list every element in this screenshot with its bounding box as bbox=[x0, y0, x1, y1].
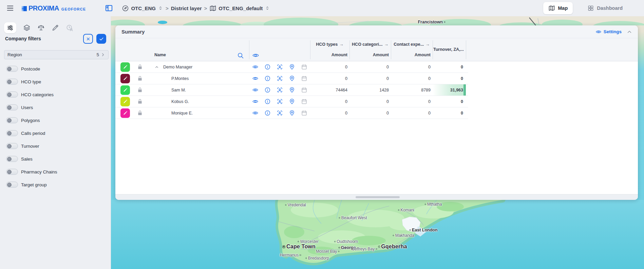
toggle-switch[interactable] bbox=[6, 66, 18, 72]
row-locate-button[interactable] bbox=[288, 98, 296, 106]
tool-draw-button[interactable] bbox=[52, 24, 59, 32]
filter-region-button[interactable]: Region 5 bbox=[4, 50, 109, 59]
row-focus-button[interactable] bbox=[276, 86, 284, 94]
toggle-knob bbox=[7, 105, 12, 110]
color-edit-button[interactable] bbox=[120, 97, 130, 106]
column-turnover[interactable]: Turnover, ZA,... bbox=[429, 47, 464, 52]
row-calendar-button[interactable] bbox=[300, 86, 308, 94]
row-info-button[interactable] bbox=[263, 109, 271, 117]
pencil-icon bbox=[123, 64, 128, 69]
eye-icon bbox=[252, 52, 259, 59]
tool-compare-button[interactable] bbox=[37, 24, 45, 32]
toggle-knob bbox=[7, 118, 12, 123]
search-icon[interactable] bbox=[237, 52, 244, 59]
row-focus-button[interactable] bbox=[276, 75, 284, 83]
color-edit-button[interactable] bbox=[120, 108, 130, 118]
row-info-button[interactable] bbox=[263, 86, 271, 94]
city-marker-icon bbox=[285, 204, 286, 206]
row-locate-button[interactable] bbox=[288, 109, 296, 117]
toggle-label: Postcode bbox=[21, 66, 40, 71]
info-icon bbox=[264, 98, 271, 105]
column-group-contact-expenses[interactable]: Contact expe... → bbox=[391, 41, 433, 48]
color-edit-button[interactable] bbox=[120, 62, 130, 72]
lock-button[interactable] bbox=[136, 109, 144, 117]
calendar-icon bbox=[301, 110, 307, 116]
filter-toggle-row: Pharmacy Chains bbox=[0, 165, 111, 178]
toggle-switch[interactable] bbox=[6, 169, 18, 175]
column-amount[interactable]: Amount bbox=[310, 53, 349, 59]
collapse-panel-button[interactable] bbox=[626, 29, 632, 35]
column-amount[interactable]: Amount bbox=[391, 53, 433, 59]
row-info-button[interactable] bbox=[263, 75, 271, 83]
toggle-switch[interactable] bbox=[6, 182, 18, 188]
menu-button[interactable] bbox=[6, 4, 14, 12]
toggle-switch[interactable] bbox=[6, 104, 18, 110]
row-calendar-button[interactable] bbox=[300, 63, 308, 71]
row-locate-button[interactable] bbox=[288, 63, 296, 71]
city-name: Gqeberha bbox=[381, 244, 407, 250]
lock-button[interactable] bbox=[136, 75, 144, 83]
scrollbar-thumb[interactable] bbox=[356, 196, 400, 198]
row-focus-button[interactable] bbox=[276, 98, 284, 106]
map-canvas[interactable]: VredendalMthathaKomaniBeaufort WestEast … bbox=[111, 200, 644, 269]
row-visibility-button[interactable] bbox=[251, 75, 259, 83]
tool-layers-button[interactable] bbox=[23, 24, 31, 32]
toggle-switch[interactable] bbox=[6, 117, 18, 123]
row-calendar-button[interactable] bbox=[300, 75, 308, 83]
table-row[interactable]: Demo Manager0000 bbox=[115, 61, 468, 73]
row-focus-button[interactable] bbox=[276, 109, 284, 117]
lock-button[interactable] bbox=[136, 63, 144, 71]
tool-filters-button[interactable] bbox=[4, 22, 16, 33]
toggle-switch[interactable] bbox=[6, 156, 18, 162]
column-name[interactable]: Name bbox=[154, 53, 166, 57]
tool-history-button[interactable] bbox=[66, 24, 73, 32]
breadcrumb: OTC_ENG > District layer > OTC_ENG_defau… bbox=[122, 5, 270, 12]
row-name-cell: P.Montes bbox=[148, 73, 249, 84]
column-group-hco-categories[interactable]: HCO categori... → bbox=[349, 41, 391, 48]
map-city-label: Hermanus bbox=[280, 253, 301, 257]
row-info-button[interactable] bbox=[263, 98, 271, 106]
table-row[interactable]: Monique E.0000 bbox=[115, 107, 468, 119]
map-icon bbox=[209, 5, 216, 12]
eye-icon bbox=[252, 87, 259, 93]
breadcrumb-layer[interactable]: District layer bbox=[171, 5, 202, 11]
clear-filters-button[interactable] bbox=[83, 34, 93, 44]
apply-filters-checkbox[interactable] bbox=[96, 34, 106, 44]
table-row[interactable]: Sam M.744641428878931,963 bbox=[115, 84, 468, 96]
row-visibility-button[interactable] bbox=[251, 86, 259, 94]
toggle-knob bbox=[7, 131, 12, 136]
tab-map[interactable]: Map bbox=[543, 2, 573, 14]
row-info-button[interactable] bbox=[263, 63, 271, 71]
color-edit-button[interactable] bbox=[120, 85, 130, 95]
map-selector[interactable]: OTC_ENG_default bbox=[209, 5, 270, 12]
row-focus-button[interactable] bbox=[276, 63, 284, 71]
map-city-label: Komani bbox=[398, 208, 414, 212]
visibility-column-icon[interactable] bbox=[252, 52, 259, 59]
row-locate-button[interactable] bbox=[288, 75, 296, 83]
column-group-hco-types[interactable]: HCO types → bbox=[310, 41, 349, 48]
toggle-switch[interactable] bbox=[6, 91, 18, 98]
row-visibility-button[interactable] bbox=[251, 98, 259, 106]
lock-icon bbox=[137, 87, 143, 93]
settings-button[interactable]: Settings bbox=[595, 29, 622, 35]
row-calendar-button[interactable] bbox=[300, 109, 308, 117]
toggle-switch[interactable] bbox=[6, 130, 18, 136]
row-locate-button[interactable] bbox=[288, 86, 296, 94]
tab-dashboard[interactable]: Dashboard bbox=[582, 2, 628, 14]
map-area[interactable]: Francistown bbox=[111, 16, 644, 269]
color-edit-button[interactable] bbox=[120, 74, 130, 83]
lock-button[interactable] bbox=[136, 86, 144, 94]
row-visibility-button[interactable] bbox=[251, 63, 259, 71]
row-calendar-button[interactable] bbox=[300, 98, 308, 106]
row-visibility-button[interactable] bbox=[251, 109, 259, 117]
table-row[interactable]: Kobus G.0000 bbox=[115, 96, 468, 107]
toggle-switch[interactable] bbox=[6, 143, 18, 149]
panel-toggle-button[interactable] bbox=[105, 4, 113, 12]
toggle-label: HCO type bbox=[21, 79, 41, 84]
column-amount[interactable]: Amount bbox=[349, 53, 391, 59]
project-selector[interactable]: OTC_ENG bbox=[122, 5, 163, 12]
lock-button[interactable] bbox=[136, 98, 144, 106]
toggle-switch[interactable] bbox=[6, 79, 18, 85]
collapse-chevron-button[interactable] bbox=[154, 65, 160, 69]
table-row[interactable]: P.Montes0000 bbox=[115, 73, 468, 84]
